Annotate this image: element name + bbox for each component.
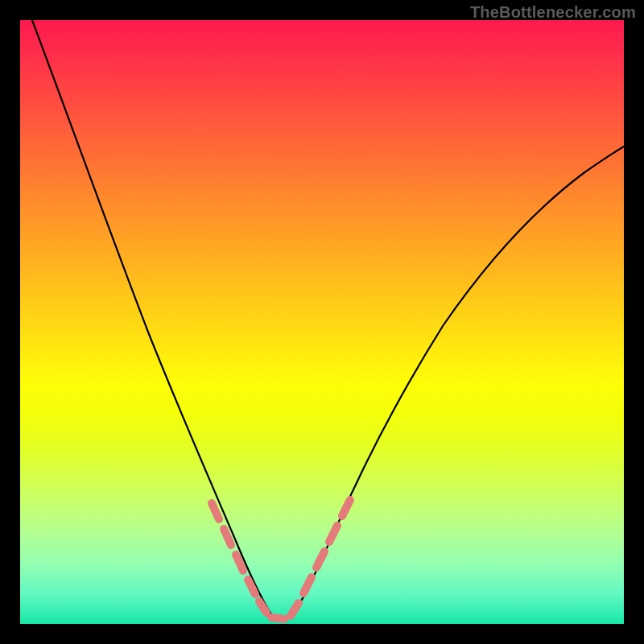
highlight-dash (329, 526, 337, 542)
highlight-dash (224, 529, 231, 545)
highlight-dash (291, 603, 299, 616)
highlight-dash (271, 617, 284, 619)
highlight-dash (316, 551, 324, 568)
highlight-dash (342, 500, 350, 516)
highlight-dash (303, 577, 312, 593)
bottleneck-curve (32, 20, 624, 620)
curve-layer (20, 20, 624, 624)
plot-area (20, 20, 624, 624)
highlight-dash (212, 503, 219, 519)
chart-frame: TheBottlenecker.com (0, 0, 644, 644)
watermark-text: TheBottlenecker.com (470, 3, 636, 22)
